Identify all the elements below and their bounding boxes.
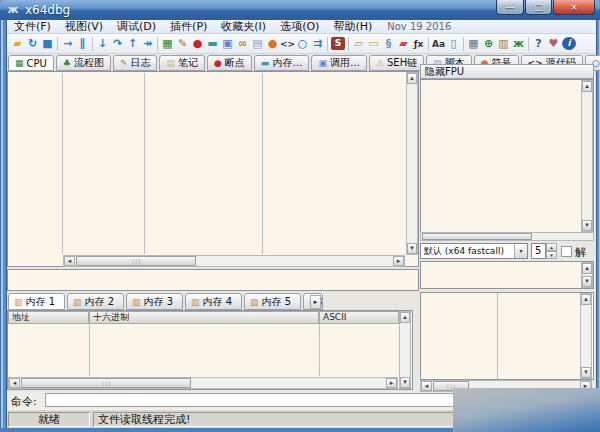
registers-panel[interactable]: [420, 79, 594, 233]
scroll-left-button[interactable]: [64, 256, 75, 266]
menu-options[interactable]: 选项(O): [273, 20, 326, 33]
spin-down-button[interactable]: [546, 251, 557, 259]
scroll-right-button[interactable]: [393, 256, 404, 266]
step-over-icon[interactable]: ↷: [110, 36, 125, 52]
tab-cpu[interactable]: ▦ CPU: [8, 55, 54, 71]
dump-tab-memory3[interactable]: ▥ 内存 3: [126, 293, 183, 310]
unlock-checkbox[interactable]: [561, 246, 572, 257]
patches-icon[interactable]: ▱: [351, 36, 366, 52]
disassembly-vertical-scrollbar[interactable]: [406, 72, 418, 255]
report-bug-icon[interactable]: ж: [511, 36, 526, 52]
scroll-up-button[interactable]: [400, 312, 410, 323]
scroll-down-button[interactable]: [400, 377, 410, 388]
calculator-icon[interactable]: ▦: [466, 36, 481, 52]
snowman-decompiler-icon[interactable]: S: [331, 37, 345, 50]
tab-graph[interactable]: ♣ 流程图: [56, 55, 111, 71]
dump-tab-memory2[interactable]: ▥ 内存 2: [67, 293, 124, 310]
seh-chain-icon[interactable]: ∞: [235, 36, 250, 52]
tab-call-stack[interactable]: ▣ 调用…: [311, 55, 367, 71]
breakpoints-icon[interactable]: ●: [190, 36, 205, 52]
close-button[interactable]: ×: [553, 0, 595, 15]
registers-horizontal-scrollbar[interactable]: [420, 232, 594, 241]
maximize-button[interactable]: □: [525, 0, 552, 15]
scrollbar-thumb[interactable]: [21, 378, 191, 388]
arguments-vertical-scrollbar[interactable]: [581, 262, 593, 288]
threads-icon[interactable]: ⇉: [310, 36, 325, 52]
scroll-right-button[interactable]: [386, 378, 397, 388]
references-search-icon[interactable]: ○: [295, 36, 310, 52]
bookmarks-icon[interactable]: ▰: [396, 36, 411, 52]
scrollbar-thumb[interactable]: [76, 256, 196, 266]
menu-plugins[interactable]: 插件(P): [163, 20, 214, 33]
dump-column-hex[interactable]: 十六进制: [89, 311, 319, 324]
dump-column-ascii[interactable]: ASCII: [319, 311, 399, 324]
scroll-down-button[interactable]: [407, 243, 417, 254]
argument-count-field[interactable]: 5: [531, 243, 546, 259]
spin-up-button[interactable]: [546, 243, 557, 251]
scroll-up-button[interactable]: [407, 73, 417, 84]
tab-breakpoints[interactable]: ● 断点: [207, 55, 252, 71]
source-code-icon[interactable]: <>: [280, 36, 295, 52]
minimize-button[interactable]: —: [496, 0, 524, 15]
tab-notes[interactable]: ▤ 笔记: [159, 55, 205, 71]
dump-tab-memory1[interactable]: ▥ 内存 1: [8, 293, 65, 310]
shortcuts-icon[interactable]: ▯: [446, 36, 461, 52]
labels-icon[interactable]: §: [381, 36, 396, 52]
help-icon[interactable]: ?: [531, 36, 546, 52]
log-view-icon[interactable]: ✎: [175, 36, 190, 52]
donate-icon[interactable]: ♥: [546, 36, 561, 52]
memory-map-icon[interactable]: ▬: [205, 36, 220, 52]
menu-help[interactable]: 帮助(H): [326, 20, 379, 33]
script-icon[interactable]: ▤: [250, 36, 265, 52]
registers-vertical-scrollbar[interactable]: [581, 80, 593, 232]
pause-icon[interactable]: ∥: [75, 36, 90, 52]
menu-view[interactable]: 视图(V): [58, 20, 110, 33]
menu-debug[interactable]: 调试(D): [110, 20, 163, 33]
functions-icon[interactable]: ƒx: [411, 36, 426, 52]
scroll-left-button[interactable]: [9, 378, 20, 388]
open-file-icon[interactable]: ▰: [10, 36, 25, 52]
call-stack-icon[interactable]: ▣: [220, 36, 235, 52]
scrollbar-thumb[interactable]: [422, 233, 532, 240]
menu-favourites[interactable]: 收藏夹(I): [214, 20, 273, 33]
step-out-icon[interactable]: ↑: [125, 36, 140, 52]
scroll-up-button[interactable]: [582, 81, 592, 92]
cpu-view-icon[interactable]: ▦: [160, 36, 175, 52]
chevron-down-icon[interactable]: [514, 244, 527, 258]
tab-log[interactable]: ✎ 日志: [113, 55, 158, 71]
calling-convention-dropdown[interactable]: 默认 (x64 fastcall): [420, 243, 528, 259]
stack-panel[interactable]: [420, 292, 594, 380]
restart-icon[interactable]: ↻: [25, 36, 40, 52]
scroll-down-button[interactable]: [581, 367, 591, 378]
tab-seh-chain[interactable]: ⚠ SEH链: [369, 55, 424, 71]
step-into-icon[interactable]: ↓: [95, 36, 110, 52]
dump-horizontal-scrollbar[interactable]: [8, 377, 398, 389]
run-icon[interactable]: →: [60, 36, 75, 52]
close-process-icon[interactable]: ■: [40, 36, 55, 52]
titlebar[interactable]: ж x64dbg — □ ×: [0, 0, 600, 20]
dump-tab-memory5[interactable]: ▥ 内存 5: [244, 293, 301, 310]
scroll-up-button[interactable]: [581, 294, 591, 305]
run-to-user-code-icon[interactable]: ↠: [140, 36, 155, 52]
info-box[interactable]: [7, 269, 419, 291]
scroll-down-button[interactable]: [582, 220, 592, 231]
menu-file[interactable]: 文件(F): [7, 20, 58, 33]
arguments-panel[interactable]: [420, 261, 594, 289]
scroll-down-button[interactable]: [582, 276, 592, 287]
comments-icon[interactable]: ▭: [366, 36, 381, 52]
dump-tab-scroll-right-button[interactable]: [310, 295, 321, 309]
scroll-up-button[interactable]: [582, 263, 592, 274]
plugins-icon[interactable]: ▥: [496, 36, 511, 52]
about-info-icon[interactable]: i: [562, 37, 576, 50]
scroll-left-button[interactable]: [421, 381, 432, 391]
stack-vertical-scrollbar[interactable]: [580, 293, 592, 379]
disassembly-panel[interactable]: [7, 71, 419, 267]
appearance-icon[interactable]: Aa: [431, 36, 446, 52]
symbols-icon[interactable]: ●: [265, 36, 280, 52]
disassembly-horizontal-scrollbar[interactable]: [63, 255, 405, 267]
tab-memory-map[interactable]: ▬ 内存…: [254, 55, 310, 71]
dump-vertical-scrollbar[interactable]: [399, 311, 411, 389]
dump-tab-memory4[interactable]: ▥ 内存 4: [185, 293, 242, 310]
dump-column-address[interactable]: 地址: [8, 311, 89, 324]
hide-fpu-button[interactable]: 隐藏FPU: [420, 64, 594, 79]
